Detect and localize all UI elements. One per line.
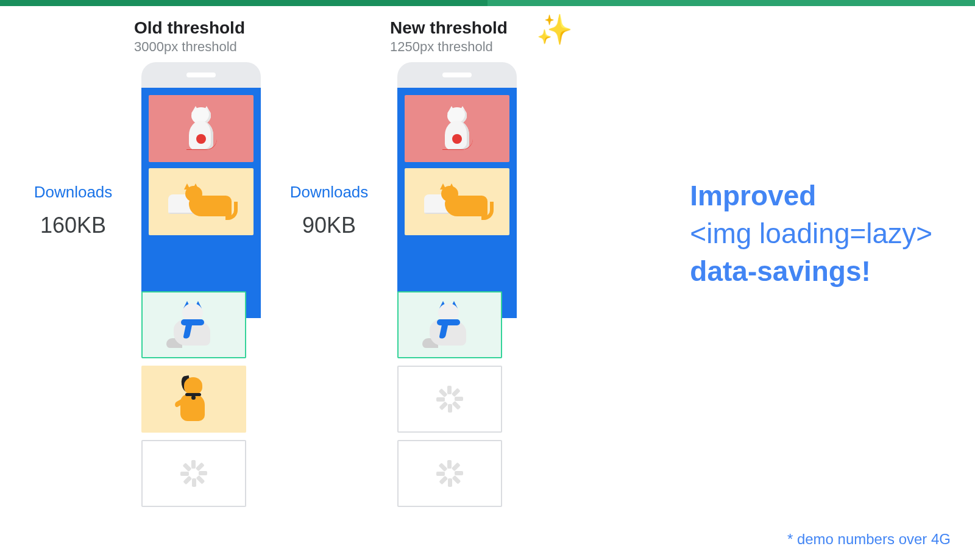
- old-title: Old threshold: [134, 18, 268, 38]
- old-phone-column: Old threshold 3000px threshold: [134, 18, 268, 507]
- headline-line2: <img loading=lazy>: [690, 214, 932, 252]
- top-border-decoration: [0, 0, 975, 6]
- new-stats-column: Downloads 90KB: [268, 18, 390, 507]
- headline-line3: data-savings!: [690, 252, 932, 290]
- phone-notch: [141, 62, 261, 88]
- old-subtitle: 3000px threshold: [134, 39, 268, 55]
- new-heading: New threshold 1250px threshold ✨: [390, 18, 524, 55]
- image-card-blue-cat: [397, 291, 502, 358]
- image-card-dog: [141, 366, 246, 433]
- old-phone-mockup: [141, 62, 261, 507]
- image-placeholder: [397, 366, 502, 433]
- new-phone-column: New threshold 1250px threshold ✨: [390, 18, 524, 507]
- old-below-fold: [141, 291, 261, 507]
- sparkle-icon: ✨: [536, 12, 573, 47]
- new-subtitle: 1250px threshold: [390, 39, 524, 55]
- new-downloads-value: 90KB: [302, 213, 356, 238]
- old-stats-column: Downloads 160KB: [12, 18, 134, 507]
- image-card-cat-yarn: [405, 95, 509, 162]
- new-downloads-label: Downloads: [290, 183, 369, 202]
- disclaimer-text: * demo numbers over 4G: [787, 531, 951, 548]
- new-phone-mockup: [397, 62, 517, 507]
- headline-line1: Improved: [690, 177, 932, 214]
- image-card-orange-cat: [149, 168, 254, 235]
- new-phone-viewport: [397, 88, 517, 318]
- image-card-orange-cat: [405, 168, 509, 235]
- image-placeholder: [141, 440, 246, 507]
- old-downloads-value: 160KB: [40, 213, 106, 238]
- phone-notch: [397, 62, 517, 88]
- old-downloads-label: Downloads: [34, 183, 113, 202]
- image-placeholder: [397, 440, 502, 507]
- old-phone-viewport: [141, 88, 261, 318]
- loading-spinner-icon: [436, 386, 463, 413]
- image-card-blue-cat: [141, 291, 246, 358]
- loading-spinner-icon: [436, 460, 463, 487]
- loading-spinner-icon: [180, 460, 207, 487]
- image-card-cat-yarn: [149, 95, 254, 162]
- headline-message: Improved <img loading=lazy> data-savings…: [690, 177, 932, 290]
- new-title: New threshold: [390, 18, 524, 38]
- old-heading: Old threshold 3000px threshold: [134, 18, 268, 55]
- new-below-fold: [397, 291, 517, 507]
